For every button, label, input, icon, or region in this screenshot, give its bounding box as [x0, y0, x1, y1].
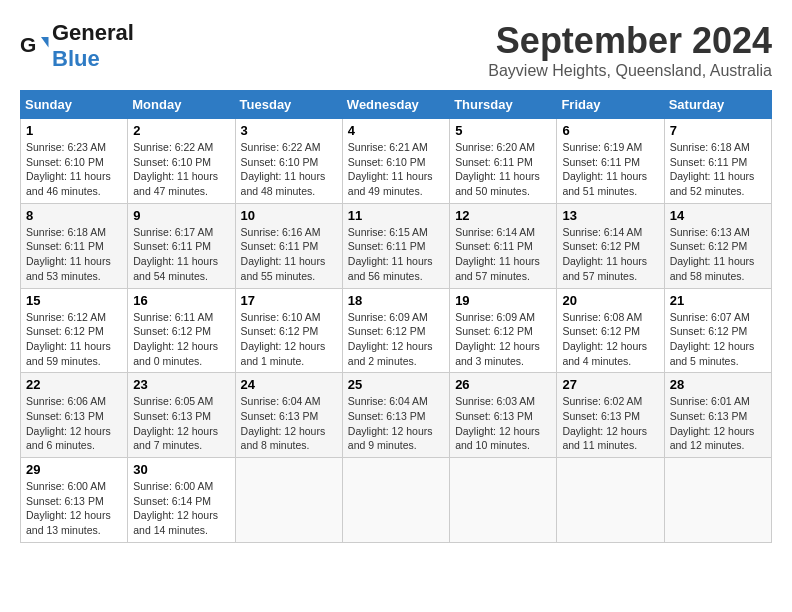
- day-number: 9: [133, 208, 229, 223]
- day-number: 27: [562, 377, 658, 392]
- calendar-cell: 8 Sunrise: 6:18 AM Sunset: 6:11 PM Dayli…: [21, 203, 128, 288]
- day-info: Sunrise: 6:15 AM Sunset: 6:11 PM Dayligh…: [348, 225, 444, 284]
- day-info: Sunrise: 6:03 AM Sunset: 6:13 PM Dayligh…: [455, 394, 551, 453]
- month-title: September 2024: [488, 20, 772, 62]
- calendar-cell: 4 Sunrise: 6:21 AM Sunset: 6:10 PM Dayli…: [342, 119, 449, 204]
- day-info: Sunrise: 6:09 AM Sunset: 6:12 PM Dayligh…: [455, 310, 551, 369]
- calendar-cell: 16 Sunrise: 6:11 AM Sunset: 6:12 PM Dayl…: [128, 288, 235, 373]
- calendar-cell: 25 Sunrise: 6:04 AM Sunset: 6:13 PM Dayl…: [342, 373, 449, 458]
- logo-text: General Blue: [52, 20, 134, 72]
- day-number: 16: [133, 293, 229, 308]
- calendar-cell: 10 Sunrise: 6:16 AM Sunset: 6:11 PM Dayl…: [235, 203, 342, 288]
- day-number: 7: [670, 123, 766, 138]
- calendar-cell: 2 Sunrise: 6:22 AM Sunset: 6:10 PM Dayli…: [128, 119, 235, 204]
- calendar-cell: 24 Sunrise: 6:04 AM Sunset: 6:13 PM Dayl…: [235, 373, 342, 458]
- calendar-week-row: 29 Sunrise: 6:00 AM Sunset: 6:13 PM Dayl…: [21, 458, 772, 543]
- day-info: Sunrise: 6:21 AM Sunset: 6:10 PM Dayligh…: [348, 140, 444, 199]
- day-number: 22: [26, 377, 122, 392]
- calendar-cell: 21 Sunrise: 6:07 AM Sunset: 6:12 PM Dayl…: [664, 288, 771, 373]
- day-number: 10: [241, 208, 337, 223]
- day-number: 4: [348, 123, 444, 138]
- day-number: 28: [670, 377, 766, 392]
- calendar-cell: 1 Sunrise: 6:23 AM Sunset: 6:10 PM Dayli…: [21, 119, 128, 204]
- day-info: Sunrise: 6:18 AM Sunset: 6:11 PM Dayligh…: [26, 225, 122, 284]
- calendar-cell: 11 Sunrise: 6:15 AM Sunset: 6:11 PM Dayl…: [342, 203, 449, 288]
- day-info: Sunrise: 6:04 AM Sunset: 6:13 PM Dayligh…: [241, 394, 337, 453]
- location-title: Bayview Heights, Queensland, Australia: [488, 62, 772, 80]
- calendar-cell: 9 Sunrise: 6:17 AM Sunset: 6:11 PM Dayli…: [128, 203, 235, 288]
- calendar-cell: 7 Sunrise: 6:18 AM Sunset: 6:11 PM Dayli…: [664, 119, 771, 204]
- day-number: 29: [26, 462, 122, 477]
- calendar-header-row: Sunday Monday Tuesday Wednesday Thursday…: [21, 91, 772, 119]
- day-info: Sunrise: 6:20 AM Sunset: 6:11 PM Dayligh…: [455, 140, 551, 199]
- day-info: Sunrise: 6:14 AM Sunset: 6:11 PM Dayligh…: [455, 225, 551, 284]
- day-number: 26: [455, 377, 551, 392]
- day-info: Sunrise: 6:18 AM Sunset: 6:11 PM Dayligh…: [670, 140, 766, 199]
- day-number: 15: [26, 293, 122, 308]
- calendar-week-row: 8 Sunrise: 6:18 AM Sunset: 6:11 PM Dayli…: [21, 203, 772, 288]
- day-info: Sunrise: 6:05 AM Sunset: 6:13 PM Dayligh…: [133, 394, 229, 453]
- day-number: 2: [133, 123, 229, 138]
- calendar-cell: [235, 458, 342, 543]
- logo: G General Blue: [20, 20, 134, 72]
- day-number: 25: [348, 377, 444, 392]
- col-wednesday: Wednesday: [342, 91, 449, 119]
- day-info: Sunrise: 6:13 AM Sunset: 6:12 PM Dayligh…: [670, 225, 766, 284]
- day-info: Sunrise: 6:00 AM Sunset: 6:13 PM Dayligh…: [26, 479, 122, 538]
- calendar-cell: 12 Sunrise: 6:14 AM Sunset: 6:11 PM Dayl…: [450, 203, 557, 288]
- calendar-cell: 6 Sunrise: 6:19 AM Sunset: 6:11 PM Dayli…: [557, 119, 664, 204]
- svg-text:G: G: [20, 33, 36, 56]
- day-number: 13: [562, 208, 658, 223]
- day-info: Sunrise: 6:02 AM Sunset: 6:13 PM Dayligh…: [562, 394, 658, 453]
- day-info: Sunrise: 6:17 AM Sunset: 6:11 PM Dayligh…: [133, 225, 229, 284]
- day-number: 8: [26, 208, 122, 223]
- calendar-week-row: 1 Sunrise: 6:23 AM Sunset: 6:10 PM Dayli…: [21, 119, 772, 204]
- calendar-cell: [557, 458, 664, 543]
- calendar-cell: [342, 458, 449, 543]
- day-number: 24: [241, 377, 337, 392]
- calendar-cell: 30 Sunrise: 6:00 AM Sunset: 6:14 PM Dayl…: [128, 458, 235, 543]
- day-info: Sunrise: 6:06 AM Sunset: 6:13 PM Dayligh…: [26, 394, 122, 453]
- calendar-cell: 27 Sunrise: 6:02 AM Sunset: 6:13 PM Dayl…: [557, 373, 664, 458]
- day-info: Sunrise: 6:23 AM Sunset: 6:10 PM Dayligh…: [26, 140, 122, 199]
- calendar-cell: 5 Sunrise: 6:20 AM Sunset: 6:11 PM Dayli…: [450, 119, 557, 204]
- logo-text-general: General: [52, 20, 134, 45]
- day-number: 1: [26, 123, 122, 138]
- col-friday: Friday: [557, 91, 664, 119]
- day-number: 20: [562, 293, 658, 308]
- svg-marker-1: [41, 37, 49, 48]
- col-sunday: Sunday: [21, 91, 128, 119]
- day-info: Sunrise: 6:19 AM Sunset: 6:11 PM Dayligh…: [562, 140, 658, 199]
- calendar-cell: 20 Sunrise: 6:08 AM Sunset: 6:12 PM Dayl…: [557, 288, 664, 373]
- day-number: 23: [133, 377, 229, 392]
- calendar-cell: 3 Sunrise: 6:22 AM Sunset: 6:10 PM Dayli…: [235, 119, 342, 204]
- calendar-cell: 22 Sunrise: 6:06 AM Sunset: 6:13 PM Dayl…: [21, 373, 128, 458]
- day-info: Sunrise: 6:04 AM Sunset: 6:13 PM Dayligh…: [348, 394, 444, 453]
- calendar-cell: 28 Sunrise: 6:01 AM Sunset: 6:13 PM Dayl…: [664, 373, 771, 458]
- day-info: Sunrise: 6:14 AM Sunset: 6:12 PM Dayligh…: [562, 225, 658, 284]
- day-info: Sunrise: 6:16 AM Sunset: 6:11 PM Dayligh…: [241, 225, 337, 284]
- calendar-week-row: 22 Sunrise: 6:06 AM Sunset: 6:13 PM Dayl…: [21, 373, 772, 458]
- calendar-cell: 13 Sunrise: 6:14 AM Sunset: 6:12 PM Dayl…: [557, 203, 664, 288]
- day-info: Sunrise: 6:12 AM Sunset: 6:12 PM Dayligh…: [26, 310, 122, 369]
- logo-icon: G: [20, 31, 50, 61]
- day-number: 21: [670, 293, 766, 308]
- calendar-week-row: 15 Sunrise: 6:12 AM Sunset: 6:12 PM Dayl…: [21, 288, 772, 373]
- day-info: Sunrise: 6:11 AM Sunset: 6:12 PM Dayligh…: [133, 310, 229, 369]
- day-number: 5: [455, 123, 551, 138]
- calendar-cell: 18 Sunrise: 6:09 AM Sunset: 6:12 PM Dayl…: [342, 288, 449, 373]
- logo-text-blue: Blue: [52, 46, 100, 71]
- col-saturday: Saturday: [664, 91, 771, 119]
- day-number: 17: [241, 293, 337, 308]
- day-number: 6: [562, 123, 658, 138]
- day-info: Sunrise: 6:07 AM Sunset: 6:12 PM Dayligh…: [670, 310, 766, 369]
- calendar-cell: 19 Sunrise: 6:09 AM Sunset: 6:12 PM Dayl…: [450, 288, 557, 373]
- page-header: G General Blue September 2024 Bayview He…: [20, 20, 772, 80]
- calendar-cell: [450, 458, 557, 543]
- day-info: Sunrise: 6:09 AM Sunset: 6:12 PM Dayligh…: [348, 310, 444, 369]
- day-number: 19: [455, 293, 551, 308]
- col-thursday: Thursday: [450, 91, 557, 119]
- day-info: Sunrise: 6:00 AM Sunset: 6:14 PM Dayligh…: [133, 479, 229, 538]
- day-number: 12: [455, 208, 551, 223]
- calendar-cell: 17 Sunrise: 6:10 AM Sunset: 6:12 PM Dayl…: [235, 288, 342, 373]
